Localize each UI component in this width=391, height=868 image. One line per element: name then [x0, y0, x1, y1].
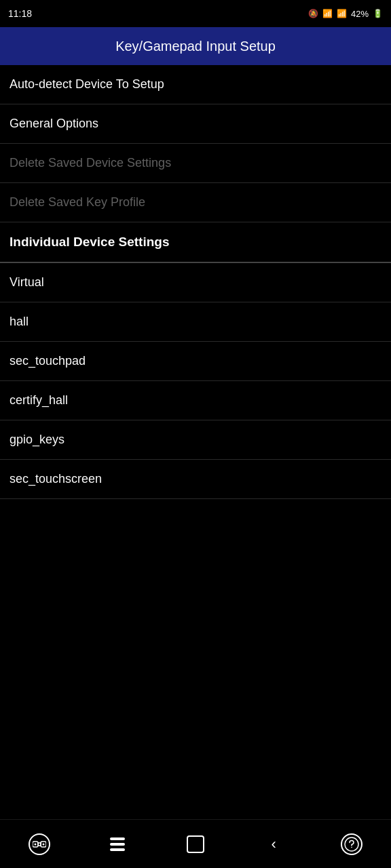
menu-item-auto-detect[interactable]: Auto-detect Device To Setup [0, 65, 391, 104]
menu-item-general-options[interactable]: General Options [0, 104, 391, 144]
menu-item-label-certify-hall: certify_hall [10, 393, 68, 408]
assist-nav-button[interactable] [335, 827, 369, 861]
svg-point-6 [352, 846, 353, 848]
svg-rect-2 [38, 843, 41, 846]
svg-point-3 [34, 843, 36, 845]
menu-item-individual-device-settings: Individual Device Settings [0, 222, 391, 263]
home-nav-button[interactable] [179, 827, 212, 861]
wifi-icon: 📶 [322, 9, 333, 18]
recents-icon [110, 837, 125, 851]
page-title: Key/Gamepad Input Setup [115, 39, 276, 54]
menu-item-label-delete-device-settings: Delete Saved Device Settings [10, 156, 171, 170]
menu-item-gpio-keys[interactable]: gpio_keys [0, 420, 391, 460]
menu-item-sec-touchscreen[interactable]: sec_touchscreen [0, 460, 391, 499]
title-bar: Key/Gamepad Input Setup [0, 27, 391, 65]
menu-item-label-general-options: General Options [10, 117, 98, 131]
mute-icon: 🔕 [308, 9, 318, 18]
menu-item-label-sec-touchpad: sec_touchpad [10, 354, 86, 368]
menu-item-virtual[interactable]: Virtual [0, 263, 391, 302]
status-icons: 🔕 📶 📶 42% 🔋 [308, 9, 383, 19]
menu-item-hall[interactable]: hall [0, 302, 391, 342]
battery-icon: 🔋 [373, 9, 383, 18]
battery-level: 42% [351, 9, 369, 19]
menu-item-label-gpio-keys: gpio_keys [10, 433, 64, 447]
menu-item-label-individual-device-settings: Individual Device Settings [10, 235, 169, 250]
back-icon: ‹ [271, 835, 276, 853]
menu-item-label-hall: hall [10, 315, 29, 329]
signal-icon: 📶 [337, 9, 347, 18]
menu-item-label-virtual: Virtual [10, 275, 44, 290]
menu-item-delete-key-profile: Delete Saved Key Profile [0, 183, 391, 222]
assist-icon [341, 833, 362, 855]
menu-item-label-auto-detect: Auto-detect Device To Setup [10, 77, 164, 92]
svg-point-4 [42, 843, 44, 845]
menu-item-label-sec-touchscreen: sec_touchscreen [10, 472, 102, 486]
recents-nav-button[interactable] [100, 827, 134, 861]
menu-item-delete-device-settings: Delete Saved Device Settings [0, 144, 391, 183]
status-bar: 11:18 🔕 📶 📶 42% 🔋 [0, 0, 391, 27]
status-time: 11:18 [8, 8, 32, 19]
back-nav-button[interactable]: ‹ [257, 827, 291, 861]
gamepad-icon [29, 833, 50, 855]
menu-item-certify-hall[interactable]: certify_hall [0, 381, 391, 420]
menu-list: Auto-detect Device To SetupGeneral Optio… [0, 65, 391, 819]
home-icon [187, 835, 204, 853]
gamepad-nav-button[interactable] [22, 827, 56, 861]
bottom-navigation: ‹ [0, 819, 391, 868]
menu-item-label-delete-key-profile: Delete Saved Key Profile [10, 195, 145, 210]
menu-item-sec-touchpad[interactable]: sec_touchpad [0, 342, 391, 381]
